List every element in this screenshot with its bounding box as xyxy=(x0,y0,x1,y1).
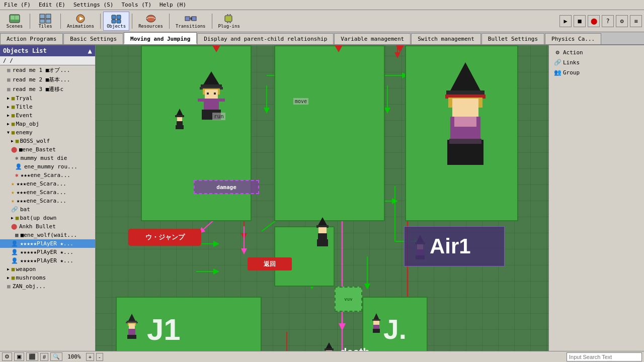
tab-basic-settings[interactable]: Basic Settings xyxy=(63,33,123,44)
tab-physics[interactable]: Physics Ca... xyxy=(545,33,601,44)
toolbar-scenes[interactable]: Scenes xyxy=(2,12,27,31)
tree-item-player-2[interactable]: 👤 ★★★★★PlAyER ★... xyxy=(0,248,95,256)
tree-item-ene-scara-1[interactable]: ✱ ★★★ene_Scara... xyxy=(0,171,95,179)
tree-label: ★★★★★PlAyER ★... xyxy=(20,257,73,264)
tree-item-mushrooms[interactable]: ▶ ■ mushrooms xyxy=(0,274,95,282)
sidebar-collapse-icon[interactable]: ▲ xyxy=(88,47,92,55)
play-button[interactable]: ▶ xyxy=(559,15,572,27)
tab-variable-mgmt[interactable]: Variable management xyxy=(334,33,411,44)
svg-rect-64 xyxy=(373,321,379,325)
tree-item-title[interactable]: ▶ ■ Title xyxy=(0,103,95,111)
tree-item-bat-up-down[interactable]: ▶ ■ bat(up down xyxy=(0,214,95,222)
zoom-out-btn[interactable]: - xyxy=(96,353,103,361)
tree-item-ene-scara-2[interactable]: ★ ★★★ene_Scara... xyxy=(0,179,95,188)
svg-marker-83 xyxy=(317,217,328,226)
toolbar-animations[interactable]: Animations xyxy=(63,12,98,31)
svg-rect-82 xyxy=(176,125,184,129)
expand-icon: ▶ xyxy=(7,105,10,109)
help-button[interactable]: ? xyxy=(602,15,614,27)
tab-bullet-settings[interactable]: Bullet Settings xyxy=(481,33,544,44)
search-input[interactable] xyxy=(567,352,642,361)
svg-rect-6 xyxy=(46,19,51,23)
tree-label: ★★★ene_Scara... xyxy=(17,180,66,187)
tab-display-parent[interactable]: Display and parent-child relationship xyxy=(197,33,334,44)
file-icon-player2: 👤 xyxy=(11,249,18,255)
menu-help[interactable]: Help (H) xyxy=(155,1,190,9)
toolbar-small-1[interactable]: ⚙ xyxy=(2,352,12,361)
tree-label: ★★★★★PlAyER ★... xyxy=(20,249,73,255)
air1-block: Air1 xyxy=(404,226,505,266)
zoom-in-btn[interactable]: + xyxy=(86,353,94,361)
tree-item-player-1[interactable]: 👤 ★★★★★PlAyER ★... xyxy=(0,239,95,248)
file-icon-wolf: ■ xyxy=(15,232,19,238)
tab-switch-mgmt[interactable]: Switch management xyxy=(411,33,481,44)
toolbar-small-3[interactable]: ⬛ xyxy=(26,352,38,361)
stop-button[interactable]: ■ xyxy=(574,15,586,27)
tree-item-boss-wolf[interactable]: ▶ ■ BOSS_wolf xyxy=(0,137,95,145)
record-button[interactable]: ⬤ xyxy=(588,15,600,27)
tree-item-ene-scara-4[interactable]: ★ ★★★ene_Scara... xyxy=(0,197,95,205)
toolbar-plugins[interactable]: Plug-ins xyxy=(215,12,244,31)
tree-item-read-me-1[interactable]: ■ read me 1 ■オブ... xyxy=(0,65,95,75)
witch-small-left xyxy=(173,108,187,132)
tree-item-ene-wolf-wait[interactable]: ■ ■ene_wolf(wait... xyxy=(0,231,95,239)
toolbar-tiles[interactable]: Tiles xyxy=(33,12,58,31)
tree-item-ene-scara-3[interactable]: ★ ★★★ene_Scara... xyxy=(0,188,95,197)
sidebar-list[interactable]: ■ read me 1 ■オブ... ■ read me 2 ■基本... ■ … xyxy=(0,65,95,353)
damage-block[interactable]: damage xyxy=(194,180,259,194)
expand-icon: ▼ xyxy=(7,130,10,135)
tree-item-ene-bastet[interactable]: ⬤ ■ene_Bastet xyxy=(0,145,95,154)
menu-edit[interactable]: Edit (E) xyxy=(35,1,69,9)
file-icon-read-me-2: ■ xyxy=(7,76,11,83)
right-panel-links[interactable]: 🔗 Links xyxy=(551,57,642,67)
toolbar-sep-2 xyxy=(60,14,61,29)
tree-item-zan-obj[interactable]: ■ ZAN_obj... xyxy=(0,282,95,291)
tab-action-programs[interactable]: Action Programs xyxy=(0,33,63,44)
toolbar-small-5[interactable]: 🔍 xyxy=(50,352,62,361)
tree-label: ★★★★★PlAyER ★... xyxy=(20,240,73,247)
tab-bar: Action Programs Basic Settings Moving an… xyxy=(0,32,644,45)
svg-rect-96 xyxy=(449,139,481,144)
menu-settings[interactable]: Settings (S) xyxy=(69,1,117,9)
svg-rect-18 xyxy=(229,14,231,16)
zoom-level: 100% xyxy=(64,353,84,360)
tree-label: read me 3 ■遷移c xyxy=(13,85,63,93)
menu-file[interactable]: File (F) xyxy=(0,1,35,9)
svg-rect-63 xyxy=(372,319,380,321)
tab-moving-jumping[interactable]: Moving and Jumping xyxy=(124,32,197,44)
links-label: Links xyxy=(563,59,580,66)
right-panel-group[interactable]: 👥 Group xyxy=(551,67,642,77)
right-panel-action[interactable]: ⚙ Action xyxy=(551,47,642,57)
expand-icon: ▶ xyxy=(11,216,14,220)
tree-item-ankh-bullet[interactable]: ⬤ Ankh Bullet xyxy=(0,222,95,231)
tree-item-mummy-must-die[interactable]: ✱ mummy must die xyxy=(0,154,95,162)
top-arrow-3 xyxy=(396,45,404,52)
more-button[interactable]: ≡ xyxy=(630,15,642,27)
toolbar-small-4[interactable]: # xyxy=(40,353,48,361)
jump-block[interactable]: ウ・ジャンプ xyxy=(128,229,201,246)
tree-label: ★★★ene_Scara... xyxy=(17,198,66,204)
tree-item-tryal[interactable]: ▶ ■ Tryal xyxy=(0,94,95,103)
toolbar-small-2[interactable]: ▣ xyxy=(14,352,24,361)
dead-block[interactable]: 返回 xyxy=(248,257,292,270)
svg-rect-92 xyxy=(452,99,478,117)
tree-item-weapon[interactable]: ▶ ■ weapon xyxy=(0,265,95,274)
canvas-area[interactable]: J1 xyxy=(96,45,548,362)
tree-item-read-me-3[interactable]: ■ read me 3 ■遷移c xyxy=(0,84,95,94)
tree-item-event[interactable]: ▶ ■ Event xyxy=(0,111,95,120)
sidebar-header: Objects List ▲ xyxy=(0,45,95,56)
tree-label: read me 1 ■オブ... xyxy=(13,66,70,74)
tree-item-bat[interactable]: 🔗 bat xyxy=(0,205,95,214)
toolbar-objects[interactable]: Objects xyxy=(103,12,129,31)
tree-item-enemy[interactable]: ▼ ■ enemy xyxy=(0,128,95,137)
tree-item-ene-mummy[interactable]: 👤 ene_mummy rou... xyxy=(0,162,95,171)
folder-icon: ■ xyxy=(12,266,15,273)
menu-tools[interactable]: Tools (T) xyxy=(117,1,155,9)
toolbar-resources[interactable]: Resources xyxy=(135,12,167,31)
toolbar-transitions[interactable]: Transitions xyxy=(172,12,209,31)
tree-item-read-me-2[interactable]: ■ read me 2 ■基本... xyxy=(0,75,95,84)
settings-button[interactable]: ⚙ xyxy=(616,15,628,27)
tree-item-player-3[interactable]: 👤 ★★★★★PlAyER ★... xyxy=(0,256,95,265)
svg-rect-80 xyxy=(177,117,182,121)
tree-item-map-obj[interactable]: ▶ ■ Map_obj xyxy=(0,120,95,128)
